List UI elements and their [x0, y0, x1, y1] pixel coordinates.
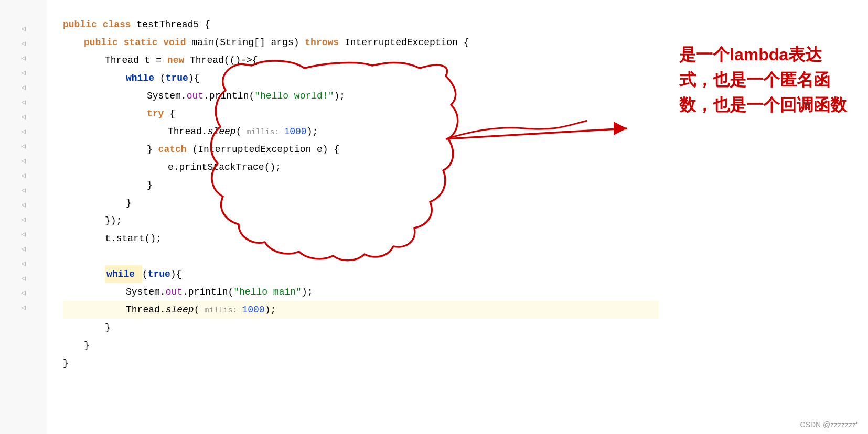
t-start: t.start(); [105, 230, 162, 247]
annotation-panel: 是一个lambda表达式，也是一个匿名函数，也是一个回调函数 [669, 0, 868, 434]
out-ref2: out [166, 283, 183, 301]
millis-hint2: millis: [199, 302, 242, 320]
code-line-12: }); [63, 212, 658, 230]
sleep-value: 1000 [284, 123, 306, 140]
try-brace: { [169, 105, 175, 123]
class-name: testThread5 { [136, 16, 210, 34]
code-line-6: try { [63, 105, 658, 123]
while-paren-open: ( [160, 69, 166, 87]
exception-type: InterruptedException { [345, 34, 469, 51]
string-hello-main: "hello main" [233, 283, 302, 301]
millis-hint: millis: [241, 124, 284, 142]
sleep-method: sleep [208, 123, 236, 140]
while2-paren: ( [142, 265, 148, 283]
keyword-try: try [147, 105, 169, 123]
main-container: ◁ ◁ ◁ ◁ ◁ ◁ ◁ ◁ ◁ ◁ ◁ ◁ ◁ ◁ ◁ ◁ ◁ ◁ ◁ ◁ … [0, 0, 868, 434]
code-line-20: } [63, 354, 658, 372]
code-line-18: } [63, 319, 658, 337]
gutter-mark: ◁ [20, 94, 27, 109]
keyword-true2: true [148, 265, 170, 283]
thread-constructor: Thread(()->{ [190, 51, 258, 69]
system-ref: System. [147, 87, 187, 105]
sleep-method2: sleep [166, 301, 194, 319]
print-stack-trace: e.printStackTrace(); [168, 158, 281, 176]
sleep-close: ); [307, 123, 318, 140]
gutter-mark: ◁ [20, 138, 27, 153]
keyword-while2: while [105, 265, 142, 283]
method-main: main(String[] args) [191, 34, 305, 51]
println-close2: ); [302, 283, 313, 301]
class-end: } [63, 354, 69, 372]
gutter-mark: ◁ [20, 182, 27, 197]
println-ref: .println( [203, 87, 254, 105]
while2-close: ){ [170, 265, 182, 283]
gutter-mark: ◁ [20, 153, 27, 168]
code-thread-decl: Thread t = [105, 51, 167, 69]
line-gutter: ◁ ◁ ◁ ◁ ◁ ◁ ◁ ◁ ◁ ◁ ◁ ◁ ◁ ◁ ◁ ◁ ◁ ◁ ◁ ◁ [0, 0, 47, 434]
sleep-value2: 1000 [242, 301, 264, 319]
code-line-3: Thread t = new Thread(()->{ [63, 51, 658, 69]
code-line-10: } [63, 176, 658, 194]
gutter-mark: ◁ [20, 124, 27, 138]
sleep-paren2: ( [194, 301, 200, 319]
catch-params: (InterruptedException e) { [192, 140, 339, 158]
code-line-5: System.out.println("hello world!"); [63, 87, 658, 105]
annotation-text: 是一个lambda表达式，也是一个匿名函数，也是一个回调函数 [679, 42, 852, 117]
keyword-void: void [163, 34, 191, 51]
code-line-15: while (true){ [63, 265, 658, 283]
code-line-11: } [63, 194, 658, 212]
out-ref: out [187, 87, 203, 105]
gutter-mark: ◁ [20, 197, 27, 212]
println-ref2: .println( [183, 283, 233, 301]
gutter-mark: ◁ [20, 21, 27, 36]
gutter-mark: ◁ [20, 50, 27, 65]
catch-close-brace: } [147, 140, 158, 158]
code-line-7: Thread.sleep( millis: 1000); [63, 123, 658, 140]
while-paren-close: ){ [188, 69, 200, 87]
code-line-4: while (true){ [63, 69, 658, 87]
gutter-mark: ◁ [20, 300, 27, 314]
string-hello-world: "hello world!" [254, 87, 334, 105]
keyword-static: static [124, 34, 164, 51]
thread-ref: Thread. [168, 123, 208, 140]
catch-close: } [147, 176, 153, 194]
code-line-1: public class testThread5 { [63, 16, 658, 34]
gutter-mark: ◁ [20, 80, 27, 94]
keyword-throws: throws [305, 34, 345, 51]
thread-ref2: Thread. [126, 301, 166, 319]
keyword-public: public [63, 16, 103, 34]
gutter-mark: ◁ [20, 109, 27, 124]
code-line-empty [63, 247, 658, 265]
gutter-mark: ◁ [20, 65, 27, 80]
code-line-19: } [63, 337, 658, 354]
main-end: } [84, 337, 90, 354]
gutter-mark: ◁ [20, 285, 27, 300]
keyword-class: class [103, 16, 137, 34]
gutter-mark: ◁ [20, 256, 27, 270]
sleep-paren: ( [236, 123, 242, 140]
gutter-mark: ◁ [20, 241, 27, 256]
keyword-public2: public [84, 34, 124, 51]
thread-close: }); [105, 212, 122, 230]
code-editor: public class testThread5 { public static… [47, 0, 669, 434]
gutter-mark: ◁ [20, 168, 27, 182]
while2-end: } [105, 319, 111, 337]
code-line-8: } catch (InterruptedException e) { [63, 140, 658, 158]
code-line-2: public static void main(String[] args) t… [63, 34, 658, 51]
sleep-close2: ); [265, 301, 276, 319]
csdn-watermark: CSDN @zzzzzzz' [800, 420, 858, 429]
keyword-while: while [126, 69, 160, 87]
gutter-mark: ◁ [20, 212, 27, 226]
keyword-true: true [166, 69, 188, 87]
println-close: ); [334, 87, 345, 105]
gutter-mark: ◁ [20, 226, 27, 241]
code-line-17: Thread.sleep( millis: 1000); [63, 301, 658, 319]
gutter-mark: ◁ [20, 36, 27, 50]
while-close: } [126, 194, 132, 212]
code-line-16: System.out.println("hello main"); [63, 283, 658, 301]
keyword-catch: catch [158, 140, 192, 158]
system-ref2: System. [126, 283, 166, 301]
gutter-mark: ◁ [20, 270, 27, 285]
code-line-9: e.printStackTrace(); [63, 158, 658, 176]
code-line-13: t.start(); [63, 230, 658, 247]
